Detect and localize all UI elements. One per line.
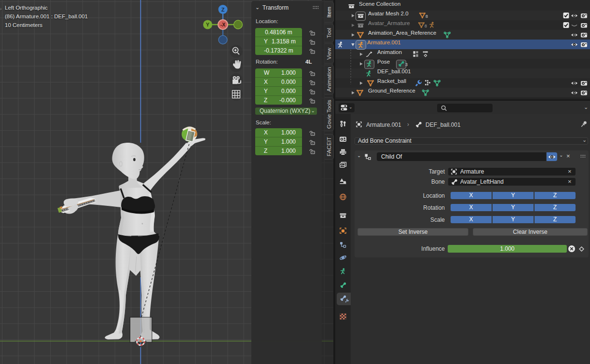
svg-text:-X: -X <box>220 22 226 27</box>
svg-text:Y: Y <box>206 22 210 27</box>
svg-text:Z: Z <box>221 7 225 13</box>
